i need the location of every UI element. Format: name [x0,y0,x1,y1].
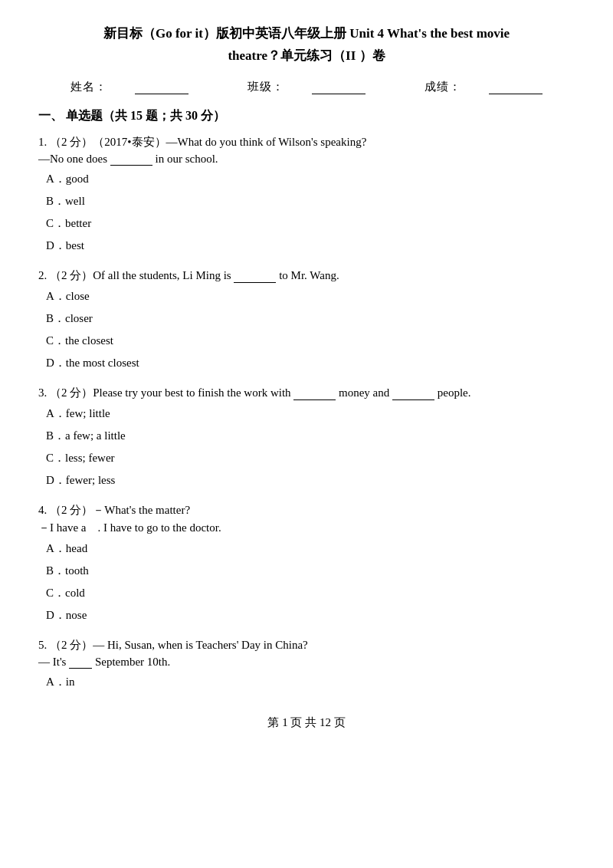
question-2-text: 2. （2 分）Of all the students, Li Ming is … [38,268,575,283]
q1-optA: A．good [46,169,575,189]
question-4: 4. （2 分）－What's the matter? －I have a . … [38,503,575,626]
question-3: 3. （2 分）Please try your best to finish t… [38,386,575,491]
q3-optB: B．a few; a little [46,426,575,446]
q3-number: 3. [38,386,47,399]
q2-optA: A．close [46,286,575,307]
q3-options: A．few; little B．a few; a little C．less; … [46,403,575,491]
q4-number: 4. [38,504,47,516]
q4-optC: C．cold [46,583,575,603]
q3-optD: D．fewer; less [46,470,575,491]
q5-number: 5. [38,639,47,651]
q1-options: A．good B．well C．better D．best [46,169,575,256]
q5-score: （2 分） [50,639,93,651]
q5-options: A．in [46,672,575,692]
question-2: 2. （2 分）Of all the students, Li Ming is … [38,268,575,373]
q2-optC: C．the closest [46,330,575,351]
q1-subtext: —No one does in our school. [38,153,575,166]
page-title: 新目标（Go for it）版初中英语八年级上册 Unit 4 What's t… [38,23,575,67]
page-footer: 第 1 页 共 12 页 [38,715,575,730]
q3-optA: A．few; little [46,403,575,424]
q2-number: 2. [38,269,47,281]
q1-number: 1. [38,136,47,148]
section1-title: 一、 单选题（共 15 题；共 30 分） [38,108,575,124]
q3-optC: C．less; fewer [46,448,575,469]
q5-optA: A．in [46,672,575,692]
q1-optB: B．well [46,191,575,212]
question-1: 1. （2 分）（2017•泰安）—What do you think of W… [38,135,575,256]
q4-optD: D．nose [46,605,575,626]
q4-optA: A．head [46,538,575,559]
q4-optB: B．tooth [46,561,575,581]
q2-score: （2 分） [50,269,93,281]
q1-source: （2017•泰安） [93,136,166,148]
q4-options: A．head B．tooth C．cold D．nose [46,538,575,626]
q4-subtext: －I have a . I have to go to the doctor. [38,521,575,535]
question-5-text: 5. （2 分）— Hi, Susan, when is Teachers' D… [38,638,575,653]
q3-score: （2 分） [50,386,93,399]
question-5: 5. （2 分）— Hi, Susan, when is Teachers' D… [38,638,575,692]
q4-score: （2 分） [50,504,93,516]
info-row: 姓名： 班级： 成绩： [38,80,575,94]
q2-options: A．close B．closer C．the closest D．the mos… [46,286,575,373]
question-1-text: 1. （2 分）（2017•泰安）—What do you think of W… [38,135,575,150]
q2-optD: D．the most closest [46,353,575,373]
q5-subtext: — It's September 10th. [38,656,575,669]
q1-score: （2 分） [50,136,93,148]
question-3-text: 3. （2 分）Please try your best to finish t… [38,386,575,400]
question-4-text: 4. （2 分）－What's the matter? [38,503,575,518]
q2-optB: B．closer [46,308,575,329]
q1-optD: D．best [46,235,575,256]
q1-optC: C．better [46,213,575,234]
